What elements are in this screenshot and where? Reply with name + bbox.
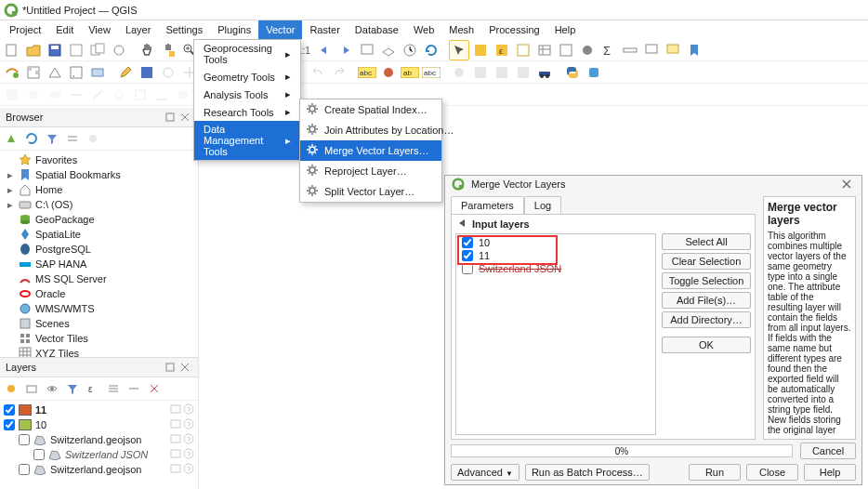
- tb2-car-icon[interactable]: [534, 62, 555, 83]
- tb3-5[interactable]: [87, 85, 108, 105]
- browser-item[interactable]: SAP HANA: [0, 257, 198, 271]
- vector-menu-item[interactable]: Geometry Tools▸: [194, 68, 300, 86]
- refresh-icon[interactable]: [421, 40, 441, 60]
- run-button[interactable]: Run: [689, 464, 741, 481]
- undo-icon[interactable]: [308, 62, 328, 83]
- layer-count-icon[interactable]: [170, 403, 181, 416]
- add-vector-icon[interactable]: [2, 62, 22, 83]
- close-button[interactable]: Close: [746, 464, 798, 481]
- select-value-icon[interactable]: ε: [492, 40, 512, 60]
- browser-props-icon[interactable]: [83, 128, 103, 149]
- browser-item[interactable]: ▸C:\ (OS): [0, 197, 198, 212]
- temporal-icon[interactable]: [400, 40, 420, 60]
- tb2-misc-3[interactable]: [492, 62, 512, 83]
- zoom-next-icon[interactable]: [335, 40, 356, 60]
- menu-help[interactable]: Help: [547, 20, 584, 39]
- tb2-misc-2[interactable]: [470, 62, 491, 83]
- layers-tree[interactable]: 11?10?Switzerland.geojson?Switzerland JS…: [0, 401, 198, 479]
- browser-item[interactable]: ▸Home: [0, 182, 198, 197]
- tb3-1[interactable]: [2, 85, 22, 105]
- vector-menu-item[interactable]: Analysis Tools▸: [194, 86, 300, 103]
- menu-settings[interactable]: Settings: [158, 20, 210, 39]
- layers-collapse-icon[interactable]: [124, 378, 144, 399]
- browser-item[interactable]: XYZ Tiles: [0, 346, 198, 357]
- label-abc-icon[interactable]: abc: [357, 62, 377, 83]
- menu-database[interactable]: Database: [348, 20, 406, 39]
- advanced-button[interactable]: Advanced ▼: [451, 464, 519, 481]
- vector-menu-item[interactable]: Data Management Tools▸: [194, 121, 300, 160]
- browser-close-icon[interactable]: [178, 110, 192, 125]
- browser-undock-icon[interactable]: [163, 110, 178, 125]
- pan-icon[interactable]: [137, 40, 157, 60]
- label-diagram-icon[interactable]: [378, 62, 399, 83]
- layer-visible-checkbox[interactable]: [19, 434, 30, 445]
- clear-selection-button[interactable]: Clear Selection: [662, 253, 751, 270]
- layer-row[interactable]: 11?: [2, 403, 196, 417]
- layers-style-icon[interactable]: [1, 378, 21, 399]
- vector-menu-item[interactable]: Geoprocessing Tools▸: [194, 40, 300, 68]
- layer-row[interactable]: 10?: [2, 417, 196, 432]
- select-all-button[interactable]: Select All: [662, 233, 751, 250]
- layers-filter-icon[interactable]: [62, 378, 83, 399]
- browser-item[interactable]: WMS/WMTS: [0, 301, 198, 316]
- measure-icon[interactable]: [620, 40, 640, 60]
- ok-button[interactable]: OK: [662, 337, 751, 353]
- layers-visibility-icon[interactable]: [42, 378, 62, 399]
- help-button[interactable]: Help: [804, 464, 856, 481]
- new-layout-icon[interactable]: [66, 40, 86, 60]
- twisty-icon[interactable]: ▸: [6, 199, 15, 211]
- toggle-selection-button[interactable]: Toggle Selection: [662, 272, 751, 289]
- new-project-icon[interactable]: [2, 40, 22, 60]
- input-layer-checkbox[interactable]: [462, 263, 473, 274]
- statistics-icon[interactable]: Σ: [598, 40, 619, 60]
- input-layer-item[interactable]: 10: [456, 236, 655, 249]
- layer-row[interactable]: Switzerland JSON?: [2, 447, 196, 462]
- run-batch-button[interactable]: Run as Batch Process…: [525, 464, 650, 481]
- browser-item[interactable]: Oracle: [0, 286, 198, 301]
- add-virtual-icon[interactable]: [87, 62, 108, 83]
- deselect-icon[interactable]: [513, 40, 533, 60]
- input-layers-header[interactable]: Input layers: [455, 218, 751, 233]
- tb3-6[interactable]: [109, 85, 129, 105]
- pan-selection-icon[interactable]: [158, 40, 178, 60]
- input-layer-checkbox[interactable]: [462, 237, 473, 248]
- dialog-close-icon[interactable]: [837, 176, 856, 192]
- layer-info-icon[interactable]: ?: [183, 403, 194, 416]
- layers-close-icon[interactable]: [178, 360, 192, 375]
- menu-layer[interactable]: Layer: [118, 20, 159, 39]
- menu-plugins[interactable]: Plugins: [210, 20, 258, 39]
- identify-icon[interactable]: [449, 40, 469, 60]
- maptips-icon[interactable]: [641, 40, 662, 60]
- menu-mesh[interactable]: Mesh: [441, 20, 481, 39]
- menu-vector[interactable]: Vector: [258, 20, 302, 39]
- menu-web[interactable]: Web: [406, 20, 441, 39]
- open-icon[interactable]: [23, 40, 44, 60]
- add-mesh-icon[interactable]: [45, 62, 65, 83]
- processing-toolbox-icon[interactable]: [577, 40, 598, 60]
- bookmarks-icon[interactable]: [684, 40, 704, 60]
- cancel-button[interactable]: Cancel: [800, 443, 856, 459]
- layer-info-icon[interactable]: ?: [183, 418, 194, 431]
- layer-row[interactable]: Switzerland.geojson?: [2, 432, 196, 447]
- layer-count-icon[interactable]: [170, 418, 181, 431]
- tb3-3[interactable]: [45, 85, 65, 105]
- redo-icon[interactable]: [329, 62, 349, 83]
- add-feature-icon[interactable]: [158, 62, 178, 83]
- layers-expr-icon[interactable]: ε: [83, 378, 103, 399]
- menu-processing[interactable]: Processing: [481, 20, 546, 39]
- tb3-7[interactable]: [130, 85, 151, 105]
- browser-item[interactable]: Scenes: [0, 316, 198, 331]
- layer-count-icon[interactable]: [170, 448, 181, 461]
- add-raster-icon[interactable]: [23, 62, 44, 83]
- tb3-2[interactable]: [23, 85, 44, 105]
- browser-refresh-icon[interactable]: [21, 128, 42, 149]
- browser-add-icon[interactable]: [1, 128, 21, 149]
- tb3-9[interactable]: [173, 85, 193, 105]
- menu-view[interactable]: View: [81, 20, 118, 39]
- browser-item[interactable]: SpatiaLite: [0, 227, 198, 242]
- layer-visible-checkbox[interactable]: [19, 464, 30, 475]
- new-map-view-icon[interactable]: [357, 40, 377, 60]
- submenu-item[interactable]: Join Attributes by Location…: [300, 120, 441, 140]
- annotation-icon[interactable]: [663, 40, 683, 60]
- add-files-button[interactable]: Add File(s)…: [662, 292, 751, 309]
